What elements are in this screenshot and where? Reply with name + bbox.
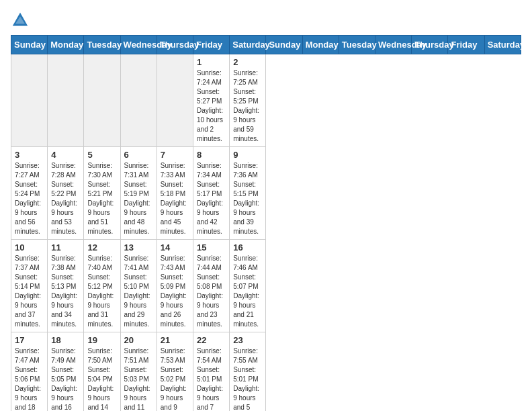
calendar-cell: 20Sunrise: 7:51 AMSunset: 5:03 PMDayligh… bbox=[120, 332, 157, 412]
calendar-cell: 4Sunrise: 7:28 AMSunset: 5:22 PMDaylight… bbox=[48, 147, 84, 240]
day-info: Sunrise: 7:27 AMSunset: 5:24 PMDaylight:… bbox=[15, 161, 44, 236]
calendar-week-1: 1Sunrise: 7:24 AMSunset: 5:27 PMDaylight… bbox=[11, 54, 521, 147]
page-header bbox=[11, 11, 521, 30]
day-number: 4 bbox=[51, 150, 80, 160]
logo bbox=[11, 11, 32, 30]
calendar-cell: 1Sunrise: 7:24 AMSunset: 5:27 PMDaylight… bbox=[193, 54, 230, 147]
calendar-week-2: 3Sunrise: 7:27 AMSunset: 5:24 PMDaylight… bbox=[11, 147, 521, 240]
day-info: Sunrise: 7:38 AMSunset: 5:13 PMDaylight:… bbox=[51, 254, 80, 329]
calendar-cell bbox=[120, 54, 157, 147]
day-number: 20 bbox=[124, 335, 153, 345]
day-info: Sunrise: 7:34 AMSunset: 5:17 PMDaylight:… bbox=[197, 161, 226, 236]
calendar-cell: 2Sunrise: 7:25 AMSunset: 5:25 PMDaylight… bbox=[230, 54, 266, 147]
logo-icon bbox=[11, 11, 30, 30]
calendar-cell: 10Sunrise: 7:37 AMSunset: 5:14 PMDayligh… bbox=[11, 240, 48, 332]
day-number: 12 bbox=[87, 242, 116, 253]
day-number: 5 bbox=[87, 150, 116, 160]
header-saturday: Saturday bbox=[484, 36, 521, 54]
calendar-cell bbox=[157, 54, 193, 147]
header-day-thursday: Thursday bbox=[157, 36, 193, 54]
header-wednesday: Wednesday bbox=[375, 36, 412, 54]
calendar-cell: 12Sunrise: 7:40 AMSunset: 5:12 PMDayligh… bbox=[84, 240, 120, 332]
day-info: Sunrise: 7:55 AMSunset: 5:01 PMDaylight:… bbox=[233, 347, 262, 411]
day-number: 1 bbox=[197, 57, 226, 67]
header-thursday: Thursday bbox=[412, 36, 448, 54]
calendar-header-row: SundayMondayTuesdayWednesdayThursdayFrid… bbox=[11, 36, 521, 54]
day-number: 7 bbox=[161, 150, 189, 160]
header-day-sunday: Sunday bbox=[11, 36, 48, 54]
calendar-cell bbox=[48, 54, 84, 147]
header-day-saturday: Saturday bbox=[230, 36, 266, 54]
calendar-cell: 22Sunrise: 7:54 AMSunset: 5:01 PMDayligh… bbox=[193, 332, 230, 412]
day-info: Sunrise: 7:47 AMSunset: 5:06 PMDaylight:… bbox=[15, 347, 44, 411]
day-number: 19 bbox=[87, 335, 116, 345]
day-number: 16 bbox=[233, 242, 262, 253]
day-info: Sunrise: 7:54 AMSunset: 5:01 PMDaylight:… bbox=[197, 347, 226, 411]
calendar-cell: 16Sunrise: 7:46 AMSunset: 5:07 PMDayligh… bbox=[230, 240, 266, 332]
calendar-cell: 8Sunrise: 7:34 AMSunset: 5:17 PMDaylight… bbox=[193, 147, 230, 240]
day-info: Sunrise: 7:46 AMSunset: 5:07 PMDaylight:… bbox=[233, 254, 262, 329]
day-number: 3 bbox=[15, 150, 44, 160]
day-info: Sunrise: 7:53 AMSunset: 5:02 PMDaylight:… bbox=[161, 347, 189, 411]
day-number: 21 bbox=[161, 335, 189, 345]
day-number: 23 bbox=[233, 335, 262, 345]
calendar-cell bbox=[11, 54, 48, 147]
day-number: 6 bbox=[124, 150, 153, 160]
day-number: 2 bbox=[233, 57, 262, 67]
header-day-friday: Friday bbox=[193, 36, 230, 54]
day-info: Sunrise: 7:51 AMSunset: 5:03 PMDaylight:… bbox=[124, 347, 153, 411]
calendar-table: SundayMondayTuesdayWednesdayThursdayFrid… bbox=[11, 35, 521, 411]
calendar-cell: 18Sunrise: 7:49 AMSunset: 5:05 PMDayligh… bbox=[48, 332, 84, 412]
calendar-cell: 7Sunrise: 7:33 AMSunset: 5:18 PMDaylight… bbox=[157, 147, 193, 240]
day-info: Sunrise: 7:24 AMSunset: 5:27 PMDaylight:… bbox=[197, 68, 226, 144]
calendar-cell: 9Sunrise: 7:36 AMSunset: 5:15 PMDaylight… bbox=[230, 147, 266, 240]
day-info: Sunrise: 7:41 AMSunset: 5:10 PMDaylight:… bbox=[124, 254, 153, 329]
calendar-cell: 15Sunrise: 7:44 AMSunset: 5:08 PMDayligh… bbox=[193, 240, 230, 332]
day-info: Sunrise: 7:49 AMSunset: 5:05 PMDaylight:… bbox=[51, 347, 80, 411]
day-info: Sunrise: 7:40 AMSunset: 5:12 PMDaylight:… bbox=[87, 254, 116, 329]
header-day-monday: Monday bbox=[48, 36, 84, 54]
day-number: 8 bbox=[197, 150, 226, 160]
header-day-wednesday: Wednesday bbox=[120, 36, 157, 54]
day-info: Sunrise: 7:36 AMSunset: 5:15 PMDaylight:… bbox=[233, 161, 262, 236]
calendar-cell: 11Sunrise: 7:38 AMSunset: 5:13 PMDayligh… bbox=[48, 240, 84, 332]
calendar-cell: 23Sunrise: 7:55 AMSunset: 5:01 PMDayligh… bbox=[230, 332, 266, 412]
day-number: 13 bbox=[124, 242, 153, 253]
day-number: 10 bbox=[15, 242, 44, 253]
header-friday: Friday bbox=[448, 36, 484, 54]
calendar-cell: 19Sunrise: 7:50 AMSunset: 5:04 PMDayligh… bbox=[84, 332, 120, 412]
header-monday: Monday bbox=[302, 36, 339, 54]
calendar-cell bbox=[84, 54, 120, 147]
day-number: 22 bbox=[197, 335, 226, 345]
calendar-cell: 13Sunrise: 7:41 AMSunset: 5:10 PMDayligh… bbox=[120, 240, 157, 332]
day-info: Sunrise: 7:44 AMSunset: 5:08 PMDaylight:… bbox=[197, 254, 226, 329]
calendar-cell: 5Sunrise: 7:30 AMSunset: 5:21 PMDaylight… bbox=[84, 147, 120, 240]
day-number: 18 bbox=[51, 335, 80, 345]
calendar-cell: 3Sunrise: 7:27 AMSunset: 5:24 PMDaylight… bbox=[11, 147, 48, 240]
calendar-cell: 21Sunrise: 7:53 AMSunset: 5:02 PMDayligh… bbox=[157, 332, 193, 412]
day-info: Sunrise: 7:31 AMSunset: 5:19 PMDaylight:… bbox=[124, 161, 153, 236]
calendar-week-3: 10Sunrise: 7:37 AMSunset: 5:14 PMDayligh… bbox=[11, 240, 521, 332]
day-info: Sunrise: 7:50 AMSunset: 5:04 PMDaylight:… bbox=[87, 347, 116, 411]
header-tuesday: Tuesday bbox=[339, 36, 375, 54]
calendar-cell: 17Sunrise: 7:47 AMSunset: 5:06 PMDayligh… bbox=[11, 332, 48, 412]
header-day-tuesday: Tuesday bbox=[84, 36, 120, 54]
day-number: 11 bbox=[51, 242, 80, 253]
day-info: Sunrise: 7:33 AMSunset: 5:18 PMDaylight:… bbox=[161, 161, 189, 236]
day-info: Sunrise: 7:25 AMSunset: 5:25 PMDaylight:… bbox=[233, 68, 262, 144]
header-sunday: Sunday bbox=[266, 36, 302, 54]
calendar-cell: 14Sunrise: 7:43 AMSunset: 5:09 PMDayligh… bbox=[157, 240, 193, 332]
day-number: 9 bbox=[233, 150, 262, 160]
calendar-cell: 6Sunrise: 7:31 AMSunset: 5:19 PMDaylight… bbox=[120, 147, 157, 240]
day-info: Sunrise: 7:28 AMSunset: 5:22 PMDaylight:… bbox=[51, 161, 80, 236]
day-info: Sunrise: 7:43 AMSunset: 5:09 PMDaylight:… bbox=[161, 254, 189, 329]
day-number: 14 bbox=[161, 242, 189, 253]
day-info: Sunrise: 7:30 AMSunset: 5:21 PMDaylight:… bbox=[87, 161, 116, 236]
calendar-week-4: 17Sunrise: 7:47 AMSunset: 5:06 PMDayligh… bbox=[11, 332, 521, 412]
day-number: 17 bbox=[15, 335, 44, 345]
day-info: Sunrise: 7:37 AMSunset: 5:14 PMDaylight:… bbox=[15, 254, 44, 329]
day-number: 15 bbox=[197, 242, 226, 253]
